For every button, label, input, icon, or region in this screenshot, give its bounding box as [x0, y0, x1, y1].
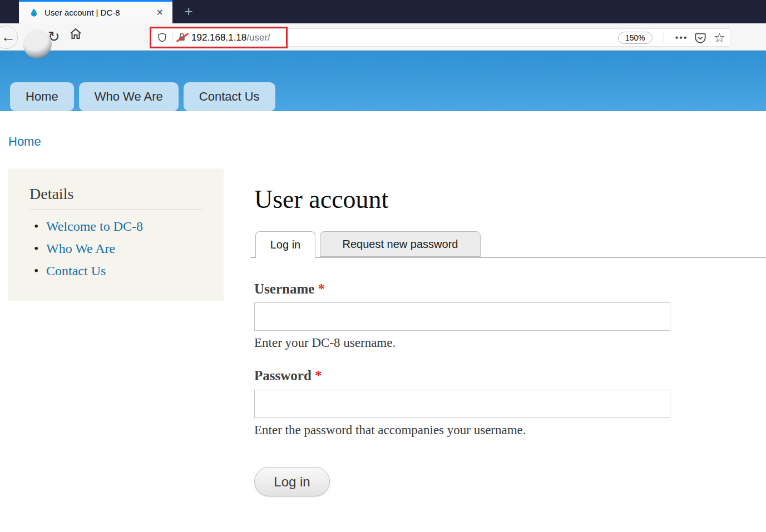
- nav-tab-home[interactable]: Home: [10, 82, 74, 111]
- username-input[interactable]: [254, 302, 670, 331]
- partial-logo-circle: [23, 29, 52, 58]
- tabs-underline: [250, 257, 766, 258]
- username-label: Username *: [254, 281, 325, 297]
- insecure-lock-icon[interactable]: [177, 32, 188, 43]
- sidebar-details-block: Details Welcome to DC-8 Who We Are Conta…: [8, 168, 224, 301]
- breadcrumb-home-link[interactable]: Home: [8, 135, 41, 149]
- username-help-text: Enter your DC-8 username.: [254, 336, 396, 350]
- urlbar-divider-right: [664, 32, 664, 43]
- password-required-marker: *: [315, 368, 322, 383]
- browser-tab[interactable]: User account | DC-8 ✕: [19, 0, 172, 23]
- tab-request-new-password[interactable]: Request new password: [320, 231, 481, 257]
- nav-tab-who-we-are[interactable]: Who We Are: [79, 82, 179, 111]
- site-header: Home Who We Are Contact Us: [0, 51, 766, 111]
- log-in-button[interactable]: Log in: [254, 467, 330, 496]
- page-title: User account: [254, 185, 388, 214]
- nav-tab-contact-us[interactable]: Contact Us: [184, 82, 275, 111]
- sidebar-link-contact-us[interactable]: Contact Us: [46, 263, 106, 278]
- sidebar-link-welcome[interactable]: Welcome to DC-8: [46, 219, 143, 233]
- browser-window: User account | DC-8 ✕ + ← → ↻ 192.168.1.…: [0, 0, 766, 532]
- password-input[interactable]: [254, 390, 670, 418]
- username-required-marker: *: [318, 281, 325, 296]
- url-host: 192.168.1.18: [191, 32, 246, 43]
- username-label-text: Username: [254, 281, 314, 296]
- list-item: Contact Us: [34, 263, 224, 279]
- password-label-text: Password: [254, 368, 312, 383]
- pocket-icon[interactable]: [694, 32, 706, 44]
- tab-log-in[interactable]: Log in: [255, 231, 315, 258]
- zoom-level-badge[interactable]: 150%: [618, 32, 653, 44]
- password-label: Password *: [254, 368, 322, 384]
- sidebar-divider: [29, 210, 202, 210]
- urlbar-divider: [172, 32, 172, 43]
- list-item: Welcome to DC-8: [34, 219, 224, 234]
- new-tab-button[interactable]: +: [179, 2, 198, 21]
- bookmark-star-icon[interactable]: ☆: [713, 30, 725, 46]
- url-path: /user/: [246, 32, 270, 43]
- sidebar-menu: Welcome to DC-8 Who We Are Contact Us: [34, 219, 224, 279]
- main-nav: Home Who We Are Contact Us: [10, 82, 275, 111]
- shield-icon[interactable]: [157, 32, 167, 43]
- tab-title: User account | DC-8: [45, 8, 153, 17]
- password-help-text: Enter the password that accompanies your…: [254, 423, 526, 437]
- sidebar-link-who-we-are[interactable]: Who We Are: [46, 241, 115, 256]
- home-button[interactable]: [69, 27, 82, 44]
- address-bar[interactable]: 192.168.1.18/user/ 150% ••• ☆: [151, 28, 730, 47]
- sidebar-title: Details: [29, 185, 224, 203]
- list-item: Who We Are: [34, 241, 224, 256]
- page-actions-icon[interactable]: •••: [675, 33, 688, 43]
- tab-close-icon[interactable]: ✕: [153, 6, 167, 19]
- browser-tab-strip: User account | DC-8 ✕ +: [0, 0, 766, 23]
- drupal-favicon-icon: [29, 8, 39, 18]
- back-arrow-icon[interactable]: ←: [1, 28, 16, 46]
